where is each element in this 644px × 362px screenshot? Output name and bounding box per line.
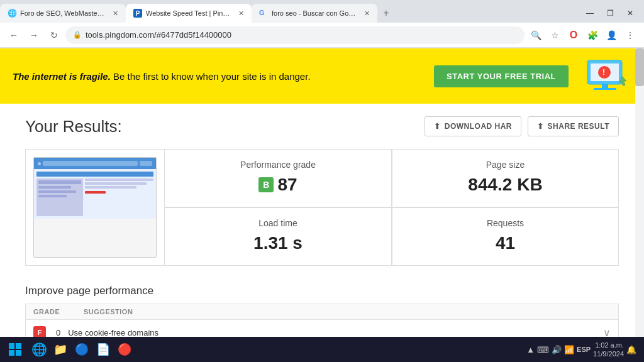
tab-2[interactable]: P Website Speed Test | Pingdom ✕ bbox=[126, 4, 252, 23]
scrollbar[interactable] bbox=[635, 48, 644, 362]
tab3-close[interactable]: ✕ bbox=[364, 9, 370, 18]
svg-rect-7 bbox=[9, 343, 14, 349]
tab3-favicon: G bbox=[259, 9, 268, 18]
ml4 bbox=[85, 191, 106, 194]
download-har-label: DOWNLOAD HAR bbox=[445, 122, 512, 131]
scrollbar-thumb[interactable] bbox=[635, 48, 644, 86]
mockup-urlbar bbox=[43, 161, 138, 166]
mockup-main bbox=[85, 178, 153, 216]
opera-icon[interactable]: O bbox=[565, 26, 582, 44]
taskbar-network-icon[interactable]: 📶 bbox=[564, 345, 574, 354]
bookmark-button[interactable]: ☆ bbox=[546, 26, 564, 44]
tab3-title: foro seo - Buscar con Google bbox=[272, 9, 358, 17]
sl1 bbox=[38, 180, 81, 184]
promo-banner: The internet is fragile. Be the first to… bbox=[0, 48, 644, 104]
results-grid: Performance grade B 87 Page size 844.2 K… bbox=[25, 149, 619, 266]
tab1-favicon: 🌐 bbox=[8, 9, 16, 18]
tab2-favicon: P bbox=[133, 9, 142, 18]
requests-cell: Requests 41 bbox=[392, 208, 618, 265]
tab-bar: 🌐 Foro de SEO, WebMasters en E... ✕ P We… bbox=[0, 0, 644, 23]
tab-1[interactable]: 🌐 Foro de SEO, WebMasters en E... ✕ bbox=[0, 4, 126, 23]
refresh-button[interactable]: ↻ bbox=[45, 26, 63, 44]
taskbar-notification-icon[interactable]: ▲ bbox=[526, 345, 535, 354]
taskbar-notifications-button[interactable]: 🔔 bbox=[626, 345, 636, 354]
screenshot-cell bbox=[26, 150, 164, 265]
ml2 bbox=[85, 182, 147, 185]
banner-text-italic: The internet is fragile. bbox=[13, 71, 111, 82]
performance-grade-cell: Performance grade B 87 bbox=[165, 150, 391, 207]
sl3 bbox=[38, 190, 76, 193]
load-time-cell: Load time 1.31 s bbox=[165, 208, 391, 265]
start-button[interactable] bbox=[3, 338, 28, 361]
taskbar-keyboard-icon[interactable]: ⌨ bbox=[537, 345, 549, 354]
tab1-title: Foro de SEO, WebMasters en E... bbox=[20, 9, 106, 17]
sl2 bbox=[38, 186, 71, 189]
page-size-label: Page size bbox=[408, 160, 603, 170]
row1-score: 0 bbox=[56, 328, 60, 337]
mockup-btn bbox=[140, 161, 152, 166]
page-size-cell: Page size 844.2 KB bbox=[392, 150, 618, 207]
download-har-button[interactable]: ⬆ DOWNLOAD HAR bbox=[425, 116, 521, 136]
minimize-button[interactable]: — bbox=[581, 7, 599, 19]
site-mockup bbox=[34, 158, 156, 257]
page-size-value: 844.2 KB bbox=[408, 175, 603, 195]
download-icon: ⬆ bbox=[434, 122, 441, 131]
svg-text:!: ! bbox=[602, 68, 605, 77]
requests-value: 41 bbox=[408, 233, 603, 253]
address-bar[interactable]: 🔒 tools.pingdom.com/#6477dd5f14400000 bbox=[65, 26, 525, 44]
banner-cta: START YOUR FREE TRIAL ! bbox=[434, 57, 631, 95]
browser-chrome: 🌐 Foro de SEO, WebMasters en E... ✕ P We… bbox=[0, 0, 644, 48]
tab2-title: Website Speed Test | Pingdom bbox=[146, 9, 232, 17]
share-result-label: SHARE RESULT bbox=[548, 122, 609, 131]
tab-3[interactable]: G foro seo - Buscar con Google ✕ bbox=[252, 4, 377, 23]
window-controls: — ❐ ✕ bbox=[581, 7, 644, 19]
improve-table-header: GRADE SUGGESTION bbox=[25, 304, 619, 319]
ml1 bbox=[85, 178, 153, 181]
address-text: tools.pingdom.com/#6477dd5f14400000 bbox=[86, 30, 231, 40]
site-screenshot bbox=[33, 157, 157, 258]
mockup-sidebar bbox=[36, 178, 83, 216]
ml3 bbox=[85, 186, 136, 189]
suggestion-column-header: SUGGESTION bbox=[84, 308, 611, 315]
menu-button[interactable]: ⋮ bbox=[621, 26, 639, 44]
results-header: Your Results: ⬆ DOWNLOAD HAR ⬆ SHARE RES… bbox=[25, 116, 619, 136]
back-button[interactable]: ← bbox=[5, 26, 23, 44]
mockup-title-bar bbox=[36, 172, 153, 177]
mockup-content bbox=[34, 169, 156, 219]
taskbar-language[interactable]: ESP bbox=[577, 346, 591, 353]
monitor-illustration: ! bbox=[581, 57, 631, 95]
banner-text: The internet is fragile. Be the first to… bbox=[13, 71, 311, 82]
load-time-value: 1.31 s bbox=[180, 233, 376, 253]
forward-button[interactable]: → bbox=[25, 26, 43, 44]
profile-button[interactable]: 👤 bbox=[602, 26, 620, 44]
performance-grade-label: Performance grade bbox=[180, 160, 376, 170]
grade-column-header: GRADE bbox=[33, 308, 84, 315]
taskbar-clock: 1:02 a.m. 11/9/2024 bbox=[593, 341, 624, 359]
extensions-button[interactable]: 🧩 bbox=[584, 26, 601, 44]
tab1-close[interactable]: ✕ bbox=[113, 9, 118, 18]
requests-label: Requests bbox=[408, 218, 603, 228]
results-actions: ⬆ DOWNLOAD HAR ⬆ SHARE RESULT bbox=[425, 116, 619, 136]
close-button[interactable]: ✕ bbox=[621, 7, 639, 19]
svg-rect-10 bbox=[16, 350, 21, 356]
taskbar-edge-icon[interactable]: 🌐 bbox=[29, 339, 49, 359]
new-tab-button[interactable]: + bbox=[377, 4, 395, 22]
search-button[interactable]: 🔍 bbox=[527, 26, 545, 44]
taskbar-chrome-icon[interactable]: 🔵 bbox=[72, 339, 92, 359]
taskbar-sound-icon[interactable]: 🔊 bbox=[552, 345, 562, 354]
taskbar-right: ▲ ⌨ 🔊 📶 ESP 1:02 a.m. 11/9/2024 🔔 bbox=[526, 341, 641, 359]
taskbar-droplet-icon[interactable]: 🔴 bbox=[114, 339, 135, 359]
start-trial-button[interactable]: START YOUR FREE TRIAL bbox=[434, 65, 569, 87]
page-content: The internet is fragile. Be the first to… bbox=[0, 48, 644, 362]
mockup-row1 bbox=[36, 178, 153, 216]
nav-bar: ← → ↻ 🔒 tools.pingdom.com/#6477dd5f14400… bbox=[0, 23, 644, 48]
tab2-close[interactable]: ✕ bbox=[238, 9, 244, 18]
address-secure-icon: 🔒 bbox=[73, 31, 82, 39]
maximize-button[interactable]: ❐ bbox=[601, 7, 619, 19]
taskbar-files-icon[interactable]: 📁 bbox=[50, 339, 70, 359]
main-area: Your Results: ⬆ DOWNLOAD HAR ⬆ SHARE RES… bbox=[0, 104, 644, 358]
svg-rect-9 bbox=[9, 350, 14, 356]
taskbar-word-icon[interactable]: 📄 bbox=[93, 339, 113, 359]
grade-badge: B 87 bbox=[258, 175, 297, 195]
share-result-button[interactable]: ⬆ SHARE RESULT bbox=[528, 116, 619, 136]
